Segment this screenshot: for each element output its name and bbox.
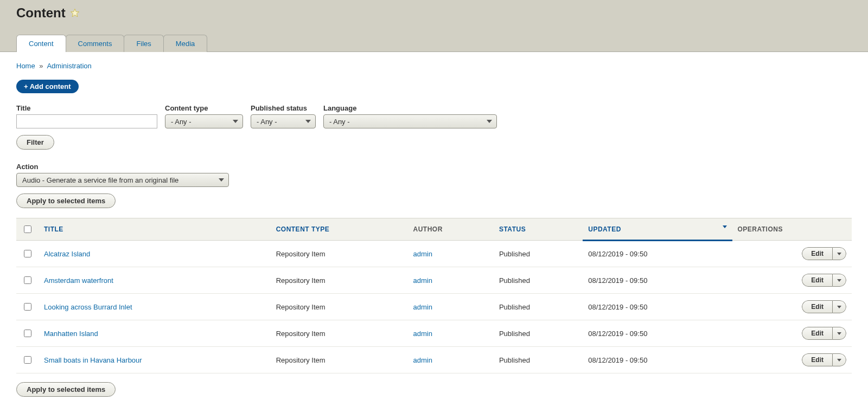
operations-button: Edit [802, 327, 846, 340]
svg-marker-0 [71, 9, 79, 17]
row-updated: 08/12/2019 - 09:50 [583, 294, 732, 320]
operations-dropdown-toggle[interactable] [832, 353, 846, 366]
operations-button: Edit [802, 353, 846, 366]
col-author: AUTHOR [408, 218, 494, 241]
row-checkbox[interactable] [24, 250, 31, 257]
chevron-down-icon [837, 359, 841, 362]
tab-label: Content [29, 40, 54, 48]
header-region: Content Content Comments Files Media [0, 0, 868, 52]
filter-published-status: Published status - Any - [251, 104, 316, 128]
add-content-button[interactable]: + Add content [16, 80, 79, 93]
content-type-select[interactable]: - Any - [165, 114, 243, 128]
filter-ctype-label: Content type [165, 104, 243, 112]
row-content-type: Repository Item [271, 347, 408, 373]
row-checkbox[interactable] [24, 303, 31, 311]
apply-selected-button-bottom[interactable]: Apply to selected items [16, 382, 116, 397]
published-status-select[interactable]: - Any - [251, 114, 316, 128]
language-select[interactable]: - Any - [323, 114, 497, 128]
table-row: Amsterdam waterfrontRepository Itemadmin… [16, 267, 852, 294]
edit-button[interactable]: Edit [802, 274, 832, 287]
edit-button[interactable]: Edit [802, 247, 832, 260]
breadcrumb: Home » Administration [16, 62, 852, 70]
row-content-type: Repository Item [271, 267, 408, 294]
row-author-link[interactable]: admin [413, 276, 432, 285]
row-updated: 08/12/2019 - 09:50 [583, 320, 732, 347]
filters: Title Content type - Any - Published sta… [16, 104, 852, 128]
operations-dropdown-toggle[interactable] [832, 247, 846, 260]
col-status[interactable]: STATUS [494, 218, 583, 241]
col-author-label: AUTHOR [413, 225, 443, 233]
breadcrumb-admin[interactable]: Administration [47, 62, 91, 70]
row-author-link[interactable]: admin [413, 356, 432, 364]
row-checkbox[interactable] [24, 276, 31, 284]
page-title: Content [16, 5, 66, 21]
col-updated-label: UPDATED [588, 225, 621, 233]
row-title-link[interactable]: Looking across Burrard Inlet [44, 303, 132, 311]
row-author-link[interactable]: admin [413, 250, 432, 258]
row-title-link[interactable]: Amsterdam waterfront [44, 276, 113, 285]
select-all-checkbox[interactable] [24, 225, 31, 233]
page-title-row: Content [16, 5, 852, 34]
tab-comments[interactable]: Comments [66, 35, 125, 52]
tab-label: Comments [78, 40, 112, 48]
chevron-down-icon [837, 306, 841, 308]
filter-title-label: Title [16, 104, 157, 112]
star-icon[interactable] [70, 8, 80, 18]
tabs: Content Comments Files Media [16, 34, 852, 51]
edit-button[interactable]: Edit [802, 300, 832, 313]
filter-button[interactable]: Filter [16, 135, 54, 150]
col-title-label: TITLE [44, 225, 63, 233]
breadcrumb-sep: » [37, 62, 45, 70]
col-status-label: STATUS [499, 225, 526, 233]
edit-button[interactable]: Edit [802, 353, 832, 366]
table-row: Looking across Burrard InletRepository I… [16, 294, 852, 320]
action-select[interactable]: Audio - Generate a service file from an … [16, 173, 229, 187]
filter-language: Language - Any - [323, 104, 497, 128]
row-updated: 08/12/2019 - 09:50 [583, 347, 732, 373]
tab-content[interactable]: Content [16, 35, 66, 52]
row-title-link[interactable]: Alcatraz Island [44, 250, 90, 258]
chevron-down-icon [487, 120, 492, 123]
chevron-down-icon [219, 178, 224, 182]
chevron-down-icon [837, 253, 841, 255]
operations-dropdown-toggle[interactable] [832, 327, 846, 340]
language-value: - Any - [329, 118, 350, 126]
col-content-type[interactable]: CONTENT TYPE [271, 218, 408, 241]
col-updated[interactable]: UPDATED [583, 218, 732, 241]
title-input[interactable] [16, 114, 157, 128]
tab-files[interactable]: Files [124, 35, 163, 52]
breadcrumb-home[interactable]: Home [16, 62, 35, 70]
row-author-link[interactable]: admin [413, 303, 432, 311]
row-title-link[interactable]: Manhatten Island [44, 330, 98, 338]
operations-button: Edit [802, 247, 846, 260]
row-checkbox[interactable] [24, 356, 31, 364]
chevron-down-icon [837, 332, 841, 335]
row-author-link[interactable]: admin [413, 330, 432, 338]
row-checkbox[interactable] [24, 330, 31, 337]
row-content-type: Repository Item [271, 294, 408, 320]
tab-media[interactable]: Media [163, 35, 207, 52]
row-status: Published [494, 267, 583, 294]
content-region: Home » Administration + Add content Titl… [0, 52, 868, 400]
filter-language-label: Language [323, 104, 497, 112]
operations-button: Edit [802, 274, 846, 287]
apply-selected-button-top[interactable]: Apply to selected items [16, 193, 116, 208]
row-title-link[interactable]: Small boats in Havana Harbour [44, 356, 142, 364]
action-block: Action Audio - Generate a service file f… [16, 163, 852, 208]
col-checkbox [16, 218, 39, 241]
row-updated: 08/12/2019 - 09:50 [583, 267, 732, 294]
filter-content-type: Content type - Any - [165, 104, 243, 128]
operations-dropdown-toggle[interactable] [832, 274, 846, 287]
row-status: Published [494, 320, 583, 347]
col-ctype-label: CONTENT TYPE [276, 225, 330, 233]
action-value: Audio - Generate a service file from an … [22, 176, 178, 184]
col-title[interactable]: TITLE [39, 218, 271, 241]
row-status: Published [494, 241, 583, 267]
operations-dropdown-toggle[interactable] [832, 300, 846, 313]
sort-desc-icon [723, 225, 727, 228]
row-content-type: Repository Item [271, 320, 408, 347]
edit-button[interactable]: Edit [802, 327, 832, 340]
table-row: Manhatten IslandRepository ItemadminPubl… [16, 320, 852, 347]
table-row: Alcatraz IslandRepository ItemadminPubli… [16, 241, 852, 267]
row-status: Published [494, 294, 583, 320]
